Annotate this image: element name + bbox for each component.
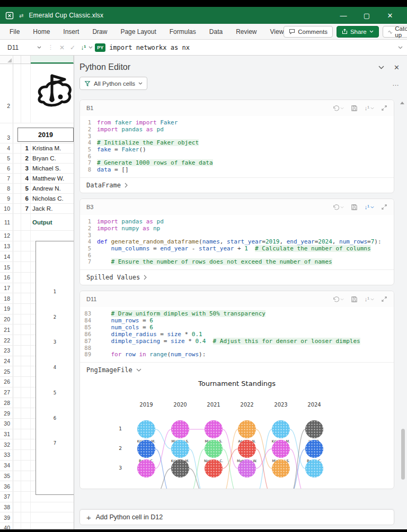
ribbon-tab-review[interactable]: Review (236, 28, 256, 35)
row-header[interactable]: 30 (0, 419, 13, 429)
share-button[interactable]: Share (337, 26, 379, 38)
player-name-cell[interactable]: Matthew W. (31, 174, 74, 183)
ribbon-tab-data[interactable]: Data (209, 28, 223, 35)
row-header[interactable]: 11 (0, 214, 13, 230)
row-header[interactable]: 7 (0, 174, 13, 183)
sheet-row[interactable]: 11Output (0, 214, 74, 231)
ribbon-tab-formulas[interactable]: Formulas (170, 28, 196, 35)
row-header[interactable]: 23 (0, 346, 13, 356)
save-icon[interactable] (351, 296, 358, 303)
player-name-cell[interactable]: Nicholas C. (31, 194, 74, 203)
tournament-chart-image[interactable]: Tournament Standings20192020202120222023… (80, 377, 394, 489)
row-header[interactable]: 33 (0, 450, 13, 460)
expand-cell-icon[interactable] (381, 296, 387, 302)
expand-formula-bar-icon[interactable] (398, 46, 403, 49)
player-row[interactable]: 74Matthew W. (0, 174, 74, 184)
row-header[interactable]: 24 (0, 356, 13, 366)
player-rank-cell[interactable]: 6 (21, 194, 31, 203)
row-header[interactable]: 39 (0, 512, 13, 522)
sheet-row[interactable]: 32019 (0, 123, 74, 143)
collapse-pane-icon[interactable] (378, 66, 384, 69)
row-header[interactable]: 34 (0, 461, 13, 471)
player-rank-cell[interactable]: 4 (21, 174, 31, 183)
sheet-row[interactable]: 12 (0, 231, 74, 241)
season-header-cell[interactable]: 2019 (17, 128, 74, 142)
row-header[interactable]: 27 (0, 387, 13, 398)
more-options-icon[interactable]: … (392, 79, 400, 87)
ribbon-tab-file[interactable]: File (10, 28, 20, 35)
code-editor[interactable]: 83 # Draw uniform dimples with 50% trans… (80, 307, 394, 362)
calc-order-icon[interactable]: ↓¹ (81, 44, 86, 51)
expand-cell-icon[interactable] (381, 105, 387, 111)
player-row[interactable]: 41Kristina M. (0, 143, 74, 154)
row-header[interactable]: 15 (0, 262, 13, 272)
player-rank-cell[interactable]: 7 (21, 204, 31, 213)
python-cells-filter[interactable]: All Python cells (79, 77, 147, 90)
row-header[interactable]: 19 (0, 304, 13, 314)
player-row[interactable]: 96Nicholas C. (0, 194, 74, 204)
row-header[interactable]: 38 (0, 502, 13, 512)
row-header[interactable]: 3 (0, 123, 13, 143)
row-header[interactable]: 2 (0, 64, 13, 123)
row-header[interactable]: 8 (0, 184, 13, 193)
player-name-cell[interactable]: Bryan C. (31, 154, 74, 163)
row-header[interactable]: 6 (0, 164, 13, 173)
cell-output-toggle[interactable]: PngImageFile (80, 362, 394, 377)
output-label-cell[interactable]: Output (31, 214, 74, 230)
ribbon-tab-page-layout[interactable]: Page Layout (120, 28, 156, 35)
worksheet-grid[interactable]: 23201941Kristina M.52Bryan C.63Michael S… (0, 56, 74, 529)
player-name-cell[interactable]: Jack R. (31, 204, 74, 213)
ribbon-tab-draw[interactable]: Draw (92, 28, 107, 35)
row-header[interactable]: 18 (0, 293, 13, 303)
row-header[interactable]: 16 (0, 273, 13, 283)
save-icon[interactable] (351, 105, 358, 112)
golf-logo-image[interactable] (30, 69, 72, 118)
row-header[interactable]: 14 (0, 251, 13, 262)
row-header[interactable]: 28 (0, 398, 13, 408)
cancel-icon[interactable]: ✕ (59, 44, 65, 51)
row-header[interactable]: 22 (0, 335, 13, 345)
add-python-cell-button[interactable]: + Add Python cell in D12 (79, 509, 394, 525)
sheet-row[interactable]: 38 (0, 502, 74, 513)
row-header[interactable]: 10 (0, 204, 13, 213)
catch-up-button[interactable]: Catch up (383, 26, 407, 38)
row-header[interactable]: 25 (0, 366, 13, 376)
calc-order-icon[interactable]: ↓¹ (365, 204, 374, 210)
autosave-icon[interactable]: ⇄ (19, 13, 23, 19)
python-cell-card-B3[interactable]: B3 ↓¹ 1import pandas as pd2import numpy … (79, 199, 394, 285)
code-editor[interactable]: 1import pandas as pd2import numpy as np3… (80, 215, 394, 269)
python-cell-card-D11[interactable]: D11 ↓¹ 83 # Draw uniform dimples with 50… (79, 291, 394, 489)
player-name-cell[interactable]: Andrew N. (31, 184, 74, 193)
row-header[interactable]: 35 (0, 471, 13, 481)
player-name-cell[interactable]: Michael S. (31, 164, 74, 173)
calc-order-icon[interactable]: ↓¹ (365, 105, 374, 111)
cell-output-toggle[interactable]: DataFrame (80, 177, 394, 193)
python-cell-card-B1[interactable]: B1 ↓¹ 1from faker import Faker2import pa… (79, 100, 394, 193)
ribbon-tab-view[interactable]: View (270, 28, 284, 35)
cell-output-toggle[interactable]: Spilled Values (80, 269, 394, 285)
player-name-cell[interactable]: Kristina M. (31, 143, 74, 153)
undo-icon[interactable] (332, 296, 344, 303)
calc-order-icon[interactable]: ↓¹ (365, 296, 374, 302)
player-row[interactable]: 85Andrew N. (0, 184, 74, 194)
row-header[interactable]: 21 (0, 324, 13, 335)
formula-input[interactable]: import networkx as nx (109, 44, 190, 51)
name-box[interactable]: D11 (4, 42, 45, 53)
chevron-down-icon[interactable] (89, 46, 93, 49)
player-row[interactable]: 107Jack R. (0, 204, 74, 214)
row-header[interactable]: 37 (0, 492, 13, 502)
column-header-b[interactable] (21, 56, 31, 64)
player-rank-cell[interactable]: 1 (21, 143, 31, 153)
row-header[interactable]: 40 (0, 523, 13, 529)
row-header[interactable]: 32 (0, 439, 13, 449)
row-header[interactable]: 31 (0, 429, 13, 439)
close-pane-icon[interactable]: ✕ (394, 64, 400, 71)
row-header[interactable]: 12 (0, 231, 13, 241)
undo-icon[interactable] (332, 105, 344, 112)
player-rank-cell[interactable]: 3 (21, 164, 31, 173)
ribbon-tab-insert[interactable]: Insert (63, 28, 79, 35)
save-icon[interactable] (351, 204, 358, 211)
ribbon-tab-home[interactable]: Home (33, 28, 50, 35)
row-header[interactable]: 5 (0, 154, 13, 163)
scrollbar-up-arrow[interactable] (400, 102, 404, 104)
